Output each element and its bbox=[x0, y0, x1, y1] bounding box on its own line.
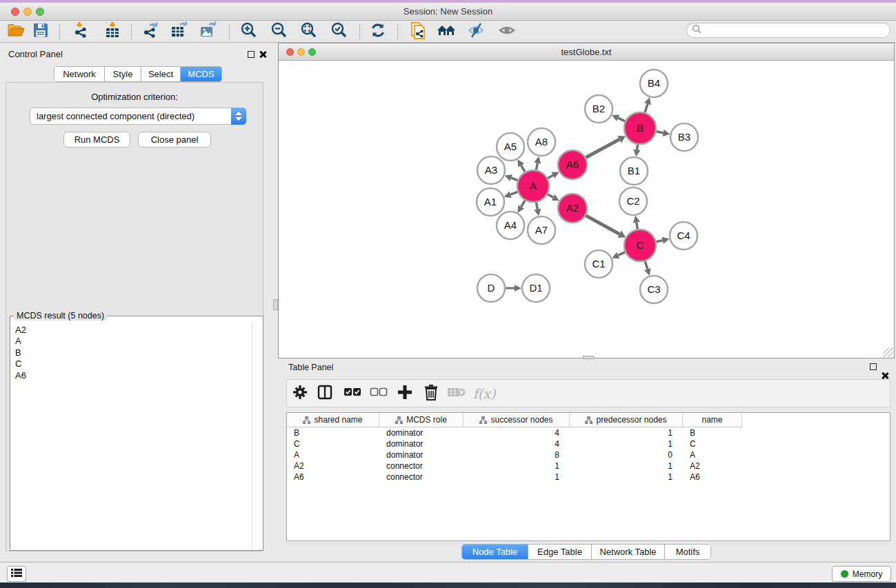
export-network-button[interactable] bbox=[139, 21, 162, 42]
edge-A-A8[interactable] bbox=[536, 163, 537, 170]
node-B4[interactable]: B4 bbox=[640, 70, 668, 97]
show-eye-button[interactable] bbox=[495, 21, 519, 42]
column-header-mcds_role[interactable]: MCDS role bbox=[379, 413, 464, 427]
cell-name[interactable]: A6 bbox=[683, 472, 742, 483]
select-all-rows-button[interactable] bbox=[341, 383, 364, 405]
cell-shared_name[interactable]: A bbox=[287, 449, 379, 460]
tab-network-table[interactable]: Network Table bbox=[592, 545, 665, 559]
mcds-result-item[interactable]: B bbox=[15, 347, 252, 358]
toggle-graphics-details-button[interactable] bbox=[464, 21, 488, 42]
save-session-button[interactable] bbox=[29, 21, 52, 42]
run-mcds-button[interactable]: Run MCDS bbox=[63, 132, 130, 148]
node-C3[interactable]: C3 bbox=[640, 276, 668, 303]
cell-predecessor_nodes[interactable]: 0 bbox=[570, 449, 683, 460]
cell-successor_nodes[interactable]: 1 bbox=[464, 460, 570, 472]
export-image-button[interactable] bbox=[197, 21, 220, 42]
node-C4[interactable]: C4 bbox=[670, 222, 697, 250]
edge-C-C3[interactable] bbox=[645, 261, 648, 270]
node-B2[interactable]: B2 bbox=[585, 95, 613, 123]
export-table-button[interactable] bbox=[168, 21, 191, 42]
table-row[interactable]: A2connector11A2 bbox=[287, 460, 890, 472]
delete-column-button[interactable] bbox=[420, 383, 442, 405]
control-panel-close-icon[interactable] bbox=[259, 50, 267, 59]
edge-A-A7[interactable] bbox=[536, 203, 537, 210]
table-row[interactable]: Bdominator41B bbox=[287, 427, 890, 438]
import-table-button[interactable] bbox=[101, 21, 124, 42]
search-box[interactable] bbox=[686, 23, 890, 38]
cell-predecessor_nodes[interactable]: 1 bbox=[570, 427, 683, 438]
column-header-shared_name[interactable]: shared name bbox=[287, 413, 379, 427]
node-B1[interactable]: B1 bbox=[620, 157, 648, 185]
add-column-button[interactable] bbox=[394, 383, 416, 405]
table-panel-float-icon[interactable] bbox=[870, 363, 877, 370]
node-A7[interactable]: A7 bbox=[528, 216, 555, 244]
cell-shared_name[interactable]: C bbox=[287, 438, 379, 449]
node-A[interactable]: A bbox=[517, 170, 549, 202]
node-D[interactable]: D bbox=[477, 274, 505, 302]
edge-C-C4[interactable] bbox=[656, 241, 662, 242]
open-session-button[interactable] bbox=[4, 21, 28, 42]
mcds-result-item[interactable]: C bbox=[15, 358, 252, 369]
node-C1[interactable]: C1 bbox=[585, 250, 613, 278]
cell-mcds_role[interactable]: connector bbox=[379, 460, 464, 472]
close-panel-button[interactable]: Close panel bbox=[138, 132, 211, 148]
mcds-result-item[interactable]: A2 bbox=[15, 325, 252, 336]
cell-name[interactable]: B bbox=[683, 427, 742, 438]
cell-successor_nodes[interactable]: 1 bbox=[464, 472, 570, 483]
network-canvas-svg[interactable]: B4B2BB3A8A5A6A3B1AA1C2A2A4A7C4CC1C3DD1 bbox=[279, 61, 894, 358]
network-resize-grip-icon[interactable] bbox=[884, 347, 893, 357]
refresh-layout-button[interactable] bbox=[366, 21, 390, 42]
cell-mcds_role[interactable]: dominator bbox=[379, 438, 464, 449]
cell-shared_name[interactable]: A2 bbox=[287, 460, 379, 472]
home-layout-button[interactable] bbox=[435, 21, 458, 42]
node-D1[interactable]: D1 bbox=[522, 274, 550, 302]
zoom-fit-button[interactable] bbox=[297, 21, 321, 42]
new-network-from-selection-button[interactable] bbox=[407, 21, 430, 42]
cell-shared_name[interactable]: A6 bbox=[287, 472, 379, 483]
cell-name[interactable]: A bbox=[683, 449, 742, 460]
node-A5[interactable]: A5 bbox=[497, 133, 524, 161]
zoom-in-button[interactable] bbox=[237, 21, 261, 42]
tab-motifs[interactable]: Motifs bbox=[665, 545, 710, 559]
task-history-button[interactable] bbox=[7, 566, 26, 582]
cell-mcds_role[interactable]: dominator bbox=[379, 449, 464, 460]
edge-A2-C[interactable] bbox=[586, 216, 619, 234]
cell-successor_nodes[interactable]: 4 bbox=[464, 438, 570, 449]
node-A8[interactable]: A8 bbox=[528, 128, 555, 156]
node-A4[interactable]: A4 bbox=[497, 212, 524, 239]
table-row[interactable]: Cdominator41C bbox=[287, 438, 890, 449]
cell-predecessor_nodes[interactable]: 1 bbox=[570, 438, 683, 449]
deselect-all-rows-button[interactable] bbox=[368, 383, 390, 405]
column-header-predecessor_nodes[interactable]: predecessor nodes bbox=[570, 413, 683, 427]
edge-A-A3[interactable] bbox=[511, 178, 518, 181]
table-row[interactable]: A6connector11A6 bbox=[287, 472, 890, 483]
optimization-criterion-dropdown[interactable]: largest connected component (directed) bbox=[30, 108, 246, 125]
edge-B-B2[interactable] bbox=[618, 118, 625, 121]
node-C[interactable]: C bbox=[624, 230, 656, 261]
search-input[interactable] bbox=[702, 24, 890, 37]
cell-mcds_role[interactable]: connector bbox=[379, 472, 464, 483]
cell-predecessor_nodes[interactable]: 1 bbox=[570, 472, 683, 483]
tab-style[interactable]: Style bbox=[105, 67, 141, 81]
tab-edge-table[interactable]: Edge Table bbox=[528, 545, 592, 559]
node-B3[interactable]: B3 bbox=[670, 123, 698, 151]
network-frame-titlebar[interactable]: testGlobe.txt bbox=[279, 43, 894, 61]
delete-table-button[interactable] bbox=[446, 383, 468, 405]
cell-name[interactable]: A2 bbox=[683, 460, 742, 472]
zoom-selected-button[interactable] bbox=[328, 21, 351, 42]
cell-name[interactable]: C bbox=[683, 438, 742, 449]
column-visibility-button[interactable] bbox=[314, 383, 336, 405]
node-A3[interactable]: A3 bbox=[477, 156, 505, 184]
function-builder-button[interactable]: f(x) bbox=[473, 383, 495, 405]
edge-A-A2[interactable] bbox=[548, 194, 553, 198]
edge-B-B3[interactable] bbox=[657, 132, 664, 133]
tab-node-table[interactable]: Node Table bbox=[462, 545, 528, 559]
vertical-split-handle[interactable] bbox=[273, 299, 278, 310]
edge-A-A1[interactable] bbox=[510, 192, 517, 194]
edge-C-C2[interactable] bbox=[637, 223, 638, 230]
control-panel-float-icon[interactable] bbox=[248, 51, 255, 58]
edge-A-A5[interactable] bbox=[521, 165, 525, 172]
node-A2[interactable]: A2 bbox=[558, 194, 587, 223]
node-C2[interactable]: C2 bbox=[619, 187, 647, 215]
column-header-name[interactable]: name bbox=[683, 413, 742, 427]
